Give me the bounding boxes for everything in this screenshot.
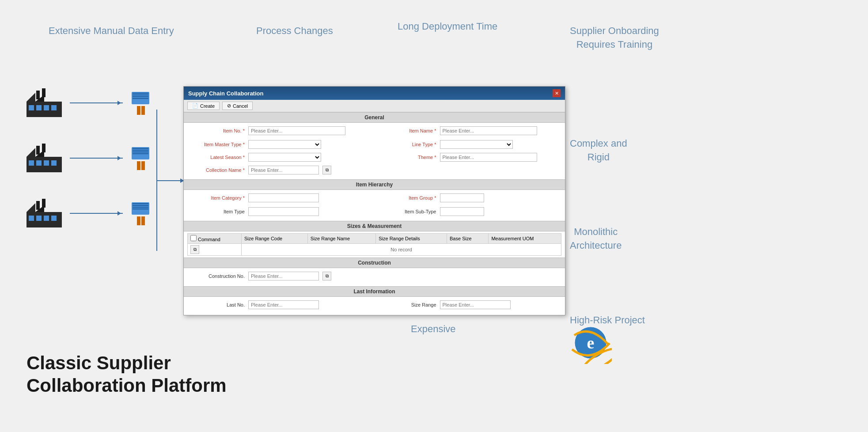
svg-rect-42 <box>133 203 148 204</box>
latest-season-select[interactable] <box>248 153 321 162</box>
svg-rect-35 <box>44 216 49 221</box>
label-supplier-onboarding: Supplier OnboardingRequires Training <box>570 24 659 52</box>
horizontal-arrow-line <box>156 180 183 181</box>
theme-label: Theme * <box>379 155 436 160</box>
ie-icon-container: e <box>570 322 612 366</box>
factory-icon-2 <box>27 144 62 172</box>
svg-marker-5 <box>27 93 35 102</box>
construction-section: Construction No. ⧉ <box>184 268 565 286</box>
item-subtype-input[interactable] <box>440 207 484 216</box>
svg-rect-36 <box>51 216 57 221</box>
svg-rect-26 <box>133 148 148 149</box>
item-group-input[interactable] <box>440 193 484 202</box>
svg-rect-47 <box>141 216 145 225</box>
item-type-label: Item Type <box>187 209 245 214</box>
cancel-icon: ⊘ <box>227 103 231 109</box>
svg-rect-14 <box>137 106 140 115</box>
item-master-type-select[interactable] <box>248 140 321 149</box>
item-type-input[interactable] <box>248 207 319 216</box>
item-category-input[interactable] <box>248 193 319 202</box>
last-no-col: Last No. <box>187 300 370 311</box>
svg-rect-20 <box>51 160 57 166</box>
dialog-close-button[interactable]: ✕ <box>553 89 561 97</box>
general-section: Item No. * Item Name * Item Master Type … <box>184 123 565 179</box>
item-subtype-label: Item Sub-Type <box>379 209 436 214</box>
item-name-label: Item Name * <box>379 128 436 133</box>
svg-rect-18 <box>36 160 42 166</box>
col-base-size: Base Size <box>447 234 489 244</box>
svg-rect-33 <box>29 216 34 221</box>
item-category-col: Item Category * <box>187 193 370 205</box>
last-no-input[interactable] <box>248 300 319 309</box>
last-no-label: Last No. <box>187 302 245 307</box>
sizes-section-header: Sizes & Measurement <box>184 221 565 231</box>
svg-rect-8 <box>42 88 45 97</box>
line-type-label: Line Type * <box>379 142 436 147</box>
svg-rect-40 <box>42 199 45 208</box>
size-range-label: Size Range <box>379 302 436 307</box>
item-master-type-col: Item Master Type * <box>187 140 370 151</box>
item-no-input[interactable] <box>248 126 345 135</box>
item-subtype-col: Item Sub-Type <box>379 207 562 218</box>
svg-rect-12 <box>133 96 148 97</box>
factory-row-2 <box>27 144 155 172</box>
arrow-line-3 <box>70 213 123 214</box>
item-no-col: Item No. * <box>187 126 370 137</box>
create-label: Create <box>200 103 215 109</box>
bottom-title: Classic SupplierCollaboration Platform <box>27 352 227 397</box>
svg-rect-44 <box>133 207 148 208</box>
factory-icon-3 <box>27 199 62 227</box>
item-group-col: Item Group * <box>379 193 562 205</box>
label-long-deployment: Long Deployment Time <box>398 20 497 34</box>
size-range-input[interactable] <box>440 300 511 309</box>
dialog-toolbar: 📄 Create ⊘ Cancel <box>184 100 565 112</box>
svg-rect-27 <box>133 150 148 151</box>
construction-no-input[interactable] <box>248 272 319 280</box>
select-all-checkbox[interactable] <box>190 235 197 241</box>
construction-section-header: Construction <box>184 258 565 268</box>
svg-rect-2 <box>36 105 42 110</box>
svg-rect-4 <box>51 105 57 110</box>
construction-picker-btn[interactable]: ⧉ <box>322 272 331 280</box>
svg-rect-10 <box>133 93 148 94</box>
add-row: ⧉ No record <box>188 244 561 256</box>
svg-rect-46 <box>137 216 140 225</box>
cancel-button[interactable]: ⊘ Cancel <box>222 102 253 110</box>
add-row-btn[interactable]: ⧉ <box>190 245 199 254</box>
label-manual-data-entry: Extensive Manual Data Entry <box>49 24 174 38</box>
label-complex-rigid: Complex andRigid <box>570 137 627 164</box>
factory-area <box>27 88 155 227</box>
svg-rect-3 <box>44 105 49 110</box>
svg-rect-19 <box>44 160 49 166</box>
svg-rect-29 <box>133 153 148 154</box>
item-hierarchy-header: Item Hierarchy <box>184 179 565 190</box>
item-type-col: Item Type <box>187 207 370 218</box>
col-measurement-uom: Measurement UOM <box>489 234 561 244</box>
theme-input[interactable] <box>440 153 537 162</box>
svg-rect-23 <box>36 146 40 155</box>
arrow-line-2 <box>70 158 123 159</box>
svg-rect-31 <box>141 161 145 170</box>
col-size-range-details: Size Range Details <box>376 234 447 244</box>
svg-rect-17 <box>29 160 34 166</box>
col-command: Command <box>188 234 242 244</box>
item-hierarchy-section: Item Category * Item Group * Item Type <box>184 190 565 221</box>
line-type-select[interactable] <box>440 140 513 149</box>
latest-season-col: Latest Season * <box>187 153 370 164</box>
collection-name-picker-btn[interactable]: ⧉ <box>322 166 331 174</box>
svg-rect-28 <box>133 152 148 152</box>
collection-name-input[interactable] <box>248 166 319 174</box>
item-name-input[interactable] <box>440 126 537 135</box>
col-size-range-code: Size Range Code <box>241 234 307 244</box>
create-icon: 📄 <box>192 103 198 109</box>
label-process-changes: Process Changes <box>256 24 333 38</box>
sizes-table: Command Size Range Code Size Range Name … <box>187 233 561 256</box>
svg-rect-30 <box>137 161 140 170</box>
svg-rect-45 <box>133 208 148 209</box>
svg-rect-34 <box>36 216 42 221</box>
svg-text:e: e <box>587 333 595 352</box>
item-master-type-label: Item Master Type * <box>187 142 245 147</box>
create-button[interactable]: 📄 Create <box>187 102 220 110</box>
arrow-line-1 <box>70 102 123 103</box>
svg-rect-1 <box>29 105 34 110</box>
